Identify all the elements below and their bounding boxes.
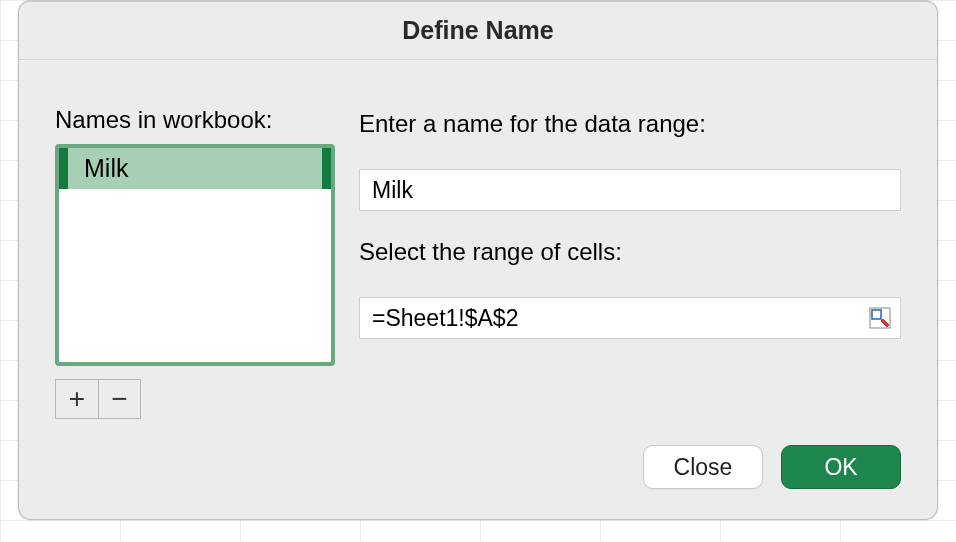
plus-icon: + <box>69 383 85 415</box>
name-input[interactable] <box>359 169 901 211</box>
range-picker-icon <box>869 307 891 329</box>
range-input[interactable] <box>360 298 860 338</box>
ok-button[interactable]: OK <box>781 445 901 489</box>
add-remove-group: + − <box>55 379 141 419</box>
define-name-dialog: Define Name Names in workbook: Milk + − … <box>18 0 938 520</box>
names-listbox[interactable]: Milk <box>55 144 335 366</box>
names-list-item-label: Milk <box>84 154 128 183</box>
name-field-label: Enter a name for the data range: <box>359 110 901 138</box>
names-panel: Names in workbook: Milk + − <box>55 106 335 419</box>
range-input-row <box>359 297 901 339</box>
add-name-button[interactable]: + <box>56 380 98 418</box>
range-field-label: Select the range of cells: <box>359 238 901 266</box>
close-button[interactable]: Close <box>643 445 763 489</box>
names-list-item[interactable]: Milk <box>59 148 331 189</box>
names-label: Names in workbook: <box>55 106 335 134</box>
close-button-label: Close <box>674 454 733 481</box>
dialog-title: Define Name <box>402 16 553 45</box>
dialog-footer: Close OK <box>643 445 901 489</box>
details-panel: Enter a name for the data range: Select … <box>359 106 901 419</box>
minus-icon: − <box>111 383 127 415</box>
remove-name-button[interactable]: − <box>98 380 140 418</box>
ok-button-label: OK <box>824 454 857 481</box>
range-picker-button[interactable] <box>860 298 900 338</box>
dialog-titlebar: Define Name <box>19 2 937 60</box>
dialog-body: Names in workbook: Milk + − Enter a name… <box>19 60 937 419</box>
